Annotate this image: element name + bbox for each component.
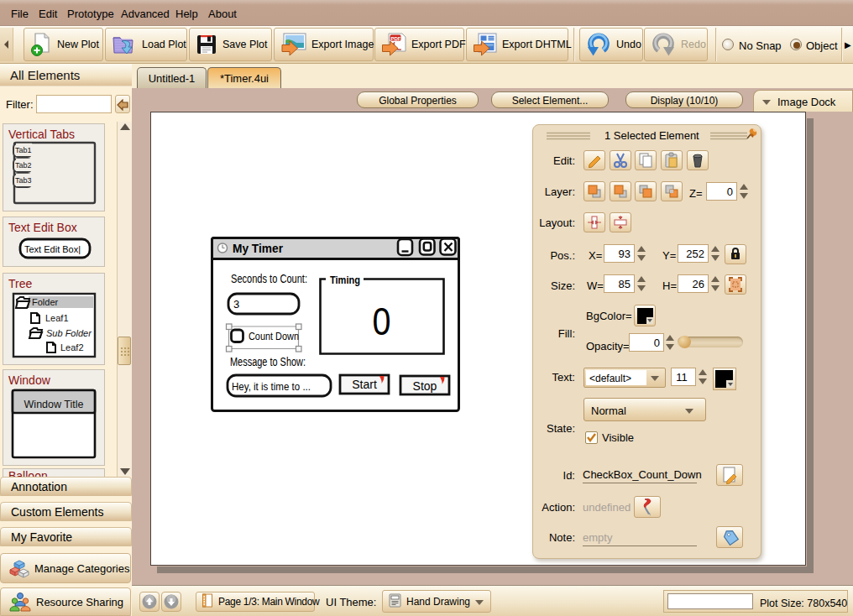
svg-text:Tab3: Tab3 (15, 176, 32, 185)
svg-text:Seconds to Count:: Seconds to Count: (231, 272, 307, 285)
svg-text:Folder: Folder (32, 297, 59, 307)
svg-text:Text Edit Box|: Text Edit Box| (24, 244, 81, 254)
svg-text:Leaf1: Leaf1 (45, 313, 69, 323)
svg-text:3: 3 (233, 298, 239, 311)
svg-text:Count Down: Count Down (249, 330, 299, 342)
svg-text:Leaf2: Leaf2 (60, 342, 84, 352)
svg-text:Start: Start (352, 378, 377, 391)
svg-text:My Timer: My Timer (233, 241, 283, 255)
svg-text:0: 0 (373, 299, 391, 343)
svg-text:Stop: Stop (413, 379, 437, 393)
svg-text:Message to Show:: Message to Show: (230, 355, 306, 368)
svg-text:Sub Folder: Sub Folder (46, 328, 92, 338)
svg-text:Tab1: Tab1 (15, 146, 32, 154)
svg-text:Hey, it is time to ...: Hey, it is time to ... (232, 380, 311, 393)
svg-text:PDF: PDF (391, 36, 401, 41)
svg-text:Tab2: Tab2 (15, 161, 32, 170)
svg-text:Timing: Timing (330, 274, 360, 286)
svg-text:Window Title: Window Title (24, 399, 84, 410)
